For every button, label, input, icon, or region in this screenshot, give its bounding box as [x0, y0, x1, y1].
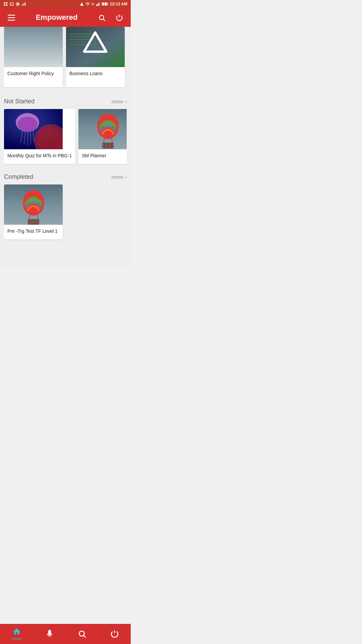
not-started-more-label: more	[112, 99, 123, 104]
grid-icon	[3, 2, 8, 6]
completed-more-arrow: ›	[125, 174, 127, 180]
wifi-icon	[85, 2, 90, 6]
svg-rect-1	[6, 2, 7, 4]
main-content: Customer Right Policy	[0, 27, 131, 267]
svg-rect-12	[97, 4, 98, 6]
record-icon	[15, 2, 20, 6]
svg-rect-75	[28, 219, 39, 225]
svg-point-29	[48, 38, 54, 46]
card-customer-img	[4, 27, 63, 67]
svg-rect-39	[69, 34, 96, 35]
svg-line-53	[27, 132, 28, 145]
svg-point-7	[17, 3, 19, 5]
card-customer-label: Customer Right Policy	[4, 67, 63, 82]
svg-line-23	[103, 19, 105, 21]
status-bar: 12:13 AM	[0, 0, 131, 8]
svg-rect-43	[69, 44, 95, 45]
header-search-button[interactable]	[96, 13, 108, 22]
not-started-cards-row: Monthly Quiz for MTs in PBG-1	[4, 109, 127, 165]
svg-rect-21	[8, 20, 15, 21]
svg-point-50	[17, 117, 38, 131]
svg-rect-34	[37, 45, 41, 47]
svg-rect-19	[8, 15, 15, 16]
svg-rect-36	[37, 50, 41, 50]
completed-more-button[interactable]: more ›	[112, 174, 127, 180]
svg-rect-11	[96, 4, 97, 6]
svg-rect-25	[4, 40, 63, 67]
svg-point-26	[27, 30, 40, 44]
card-customer-right-policy[interactable]: Customer Right Policy	[4, 27, 63, 87]
card-sm-planner[interactable]: SM Planner	[78, 109, 127, 164]
app-title: Empowered	[17, 13, 96, 22]
svg-marker-8	[80, 2, 83, 6]
svg-rect-28	[32, 44, 36, 59]
svg-rect-35	[37, 48, 41, 49]
completed-more-label: more	[112, 174, 123, 180]
completed-cards-row: Pre -Trg Test TF Level 1	[4, 184, 127, 241]
card-monthly-quiz-label: Monthly Quiz for MTs in PBG-1	[4, 149, 75, 164]
not-started-header: Not Started more ›	[4, 98, 127, 105]
status-time: 12:13 AM	[110, 2, 127, 6]
card-monthly-quiz[interactable]: Monthly Quiz for MTs in PBG-1	[4, 109, 75, 164]
svg-rect-37	[37, 51, 39, 52]
card-pre-trg-label: Pre -Trg Test TF Level 1	[4, 225, 63, 239]
signal-triangle-icon	[80, 2, 84, 6]
svg-rect-33	[36, 46, 42, 54]
chart-icon	[21, 2, 26, 6]
not-started-more-button[interactable]: more ›	[112, 99, 127, 104]
x-signal-icon	[91, 2, 95, 6]
battery-icon	[102, 2, 109, 6]
not-started-more-arrow: ›	[125, 99, 127, 104]
svg-rect-0	[4, 2, 5, 4]
svg-rect-30	[49, 46, 53, 58]
card-business-label: Business Loans	[66, 67, 125, 82]
bars-signal-icon	[96, 2, 101, 6]
not-started-section: Not Started more ›	[0, 93, 131, 168]
header-power-button[interactable]	[113, 13, 125, 22]
svg-rect-2	[4, 4, 5, 6]
svg-rect-14	[100, 2, 100, 6]
svg-rect-40	[69, 36, 89, 37]
svg-rect-24	[4, 27, 63, 67]
svg-rect-27	[28, 44, 39, 60]
completed-header: Completed more ›	[4, 173, 127, 180]
card-pre-trg-test[interactable]: Pre -Trg Test TF Level 1	[4, 184, 63, 239]
svg-line-54	[31, 131, 31, 144]
top-cards-row: Customer Right Policy	[4, 27, 127, 89]
svg-point-31	[57, 40, 62, 47]
card-pre-trg-img	[4, 184, 63, 225]
svg-rect-42	[69, 42, 86, 43]
card-sm-planner-label: SM Planner	[78, 149, 127, 164]
photo-icon	[9, 2, 14, 6]
completed-section: Completed more ›	[0, 168, 131, 244]
svg-rect-16	[107, 3, 108, 5]
menu-button[interactable]	[5, 13, 17, 22]
svg-rect-20	[8, 17, 15, 18]
top-cards-section: Customer Right Policy	[0, 27, 131, 93]
card-monthly-quiz-img	[4, 109, 63, 149]
card-business-loans[interactable]: Business Loans	[66, 27, 125, 87]
card-business-img	[66, 27, 125, 67]
status-left-icons	[3, 2, 26, 6]
card-sm-planner-img	[78, 109, 127, 149]
completed-title: Completed	[4, 173, 33, 180]
svg-rect-32	[57, 47, 62, 57]
app-header: Empowered	[0, 8, 131, 27]
not-started-title: Not Started	[4, 98, 35, 105]
svg-rect-13	[98, 3, 99, 6]
svg-rect-3	[6, 4, 7, 6]
svg-point-22	[100, 15, 104, 20]
status-right-icons: 12:13 AM	[80, 2, 127, 6]
